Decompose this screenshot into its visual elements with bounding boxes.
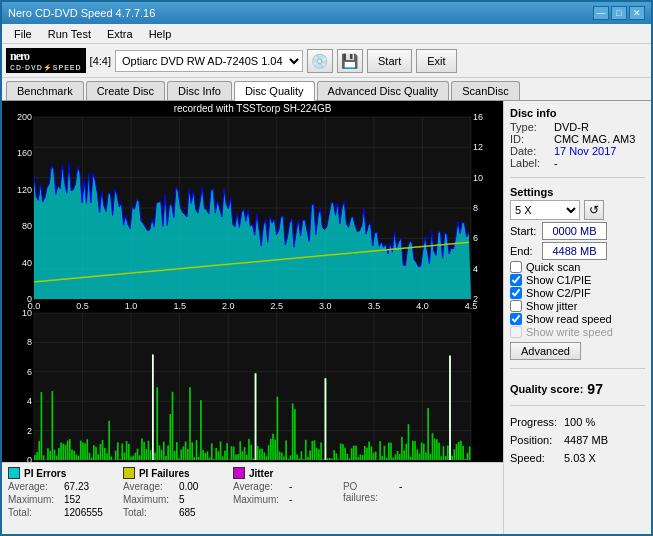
end-field[interactable]: 4488 MB	[542, 242, 607, 260]
quick-scan-checkbox[interactable]	[510, 261, 522, 273]
jitter-legend	[233, 467, 245, 479]
show-c2-pif-label: Show C2/PIF	[526, 287, 591, 299]
start-row: Start: 0000 MB	[510, 222, 645, 240]
pi-errors-average-row: Average: 67.23	[8, 481, 103, 492]
disc-type-label: Type:	[510, 121, 550, 133]
jitter-header: Jitter	[233, 467, 323, 479]
pi-failures-total-row: Total: 685	[123, 507, 213, 518]
menu-bar: File Run Test Extra Help	[2, 24, 651, 44]
advanced-button[interactable]: Advanced	[510, 342, 581, 360]
speed-selector[interactable]: 5 X Max 1 X 2 X 4 X 8 X	[510, 200, 580, 220]
show-read-speed-row: Show read speed	[510, 313, 645, 325]
menu-file[interactable]: File	[6, 26, 40, 42]
maximize-button[interactable]: □	[611, 6, 627, 20]
title-bar-text: Nero CD-DVD Speed 4.7.7.16	[8, 7, 155, 19]
pi-errors-max-row: Maximum: 152	[8, 494, 103, 505]
disc-id-value: CMC MAG. AM3	[554, 133, 635, 145]
eject-icon-button[interactable]: 💿	[307, 49, 333, 73]
exit-button[interactable]: Exit	[416, 49, 456, 73]
jitter-avg-label: Average:	[233, 481, 285, 492]
stats-bar: PI Errors Average: 67.23 Maximum: 152 To…	[2, 462, 503, 534]
disc-type-value: DVD-R	[554, 121, 589, 133]
settings-title: Settings	[510, 186, 645, 198]
jitter-max-label: Maximum:	[233, 494, 285, 505]
pi-failures-total-label: Total:	[123, 507, 175, 518]
pi-failures-header: PI Failures	[123, 467, 213, 479]
jitter-max-val: -	[289, 494, 292, 505]
start-field[interactable]: 0000 MB	[542, 222, 607, 240]
quick-scan-label: Quick scan	[526, 261, 580, 273]
disc-date-label: Date:	[510, 145, 550, 157]
tab-create-disc[interactable]: Create Disc	[86, 81, 165, 100]
end-label: End:	[510, 245, 538, 257]
speed-row-stat: Speed: 5.03 X	[510, 452, 645, 464]
menu-run-test[interactable]: Run Test	[40, 26, 99, 42]
pi-errors-max-val: 152	[64, 494, 81, 505]
tab-advanced-disc-quality[interactable]: Advanced Disc Quality	[317, 81, 450, 100]
tab-benchmark[interactable]: Benchmark	[6, 81, 84, 100]
show-c1-pie-row: Show C1/PIE	[510, 274, 645, 286]
pi-errors-legend	[8, 467, 20, 479]
menu-extra[interactable]: Extra	[99, 26, 141, 42]
close-button[interactable]: ✕	[629, 6, 645, 20]
tab-disc-info[interactable]: Disc Info	[167, 81, 232, 100]
show-write-speed-checkbox	[510, 326, 522, 338]
end-row: End: 4488 MB	[510, 242, 645, 260]
main-chart	[2, 101, 503, 462]
tab-disc-quality[interactable]: Disc Quality	[234, 81, 315, 101]
pi-failures-group: PI Failures Average: 0.00 Maximum: 5 Tot…	[123, 467, 213, 530]
disc-date-row: Date: 17 Nov 2017	[510, 145, 645, 157]
pi-failures-max-label: Maximum:	[123, 494, 175, 505]
speed-label: Speed:	[510, 452, 560, 464]
show-c1-pie-label: Show C1/PIE	[526, 274, 591, 286]
menu-help[interactable]: Help	[141, 26, 180, 42]
po-failures-val: -	[399, 481, 402, 503]
disc-label-row: Label: -	[510, 157, 645, 169]
settings-section: Settings 5 X Max 1 X 2 X 4 X 8 X ↺ Start…	[510, 186, 645, 360]
show-read-speed-checkbox[interactable]	[510, 313, 522, 325]
start-label: Start:	[510, 225, 538, 237]
show-c1-pie-checkbox[interactable]	[510, 274, 522, 286]
pi-failures-avg-label: Average:	[123, 481, 175, 492]
refresh-button[interactable]: ↺	[584, 200, 604, 220]
minimize-button[interactable]: —	[593, 6, 609, 20]
drive-selector[interactable]: Optiarc DVD RW AD-7240S 1.04	[115, 50, 303, 72]
show-c2-pif-checkbox[interactable]	[510, 287, 522, 299]
tab-scan-disc[interactable]: ScanDisc	[451, 81, 519, 100]
disc-id-row: ID: CMC MAG. AM3	[510, 133, 645, 145]
disc-id-label: ID:	[510, 133, 550, 145]
disc-label-label: Label:	[510, 157, 550, 169]
pi-failures-avg-val: 0.00	[179, 481, 198, 492]
disc-label-value: -	[554, 157, 558, 169]
pi-failures-total-val: 685	[179, 507, 196, 518]
show-write-speed-label: Show write speed	[526, 326, 613, 338]
pi-errors-max-label: Maximum:	[8, 494, 60, 505]
progress-label: Progress:	[510, 416, 560, 428]
save-icon-button[interactable]: 💾	[337, 49, 363, 73]
show-read-speed-label: Show read speed	[526, 313, 612, 325]
quality-score-value: 97	[587, 381, 603, 397]
disc-info-title: Disc info	[510, 107, 645, 119]
tab-bar: Benchmark Create Disc Disc Info Disc Qua…	[2, 78, 651, 101]
show-c2-pif-row: Show C2/PIF	[510, 287, 645, 299]
speed-value: 5.03 X	[564, 452, 596, 464]
pi-errors-total-label: Total:	[8, 507, 60, 518]
disc-type-row: Type: DVD-R	[510, 121, 645, 133]
pi-errors-avg-label: Average:	[8, 481, 60, 492]
chart-title: recorded with TSSTcorp SH-224GB	[174, 103, 332, 114]
show-jitter-row: Show jitter	[510, 300, 645, 312]
pi-errors-total-val: 1206555	[64, 507, 103, 518]
drive-label: [4:4]	[90, 55, 111, 67]
pi-errors-group: PI Errors Average: 67.23 Maximum: 152 To…	[8, 467, 103, 530]
pi-failures-average-row: Average: 0.00	[123, 481, 213, 492]
nero-logo: nero CD·DVD⚡SPEED	[6, 48, 86, 73]
progress-value: 100 %	[564, 416, 595, 428]
toolbar: nero CD·DVD⚡SPEED [4:4] Optiarc DVD RW A…	[2, 44, 651, 78]
disc-date-value: 17 Nov 2017	[554, 145, 616, 157]
pi-failures-label: PI Failures	[139, 468, 190, 479]
progress-row: Progress: 100 %	[510, 416, 645, 428]
start-button[interactable]: Start	[367, 49, 412, 73]
show-jitter-checkbox[interactable]	[510, 300, 522, 312]
quick-scan-row: Quick scan	[510, 261, 645, 273]
jitter-average-row: Average: -	[233, 481, 323, 492]
